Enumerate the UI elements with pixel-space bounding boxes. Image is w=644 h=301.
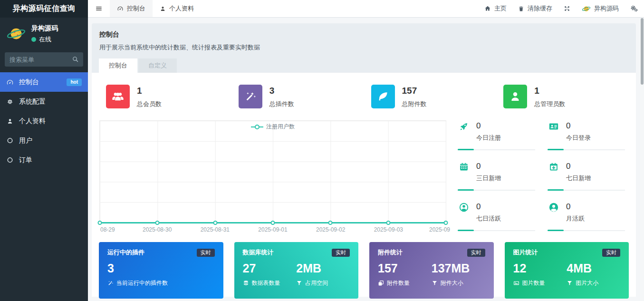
x-tick: 2025-08-30: [143, 226, 172, 233]
registered-users-chart: 注册用户数 08-29: [99, 120, 446, 234]
home-link[interactable]: 主页: [484, 4, 507, 13]
sidebar-item-label: 用户: [19, 136, 32, 145]
stat-total-admins: 1 总管理员数: [496, 85, 629, 108]
chart-point: [328, 221, 333, 225]
scrollbar-thumb[interactable]: [641, 18, 644, 85]
user-icon: [6, 118, 14, 125]
ministat-today-registered: 0 今日注册: [458, 120, 535, 150]
x-tick: 2025-08-31: [201, 226, 230, 233]
expand-icon: [564, 5, 570, 12]
calendar-icon: [458, 161, 470, 172]
stats-row: 1 总会员数 3 总插件数: [99, 85, 629, 108]
settings-button[interactable]: [630, 5, 638, 12]
page-content: 控制台 用于展示当前系统中的统计数据、统计报表及重要实时数据 控制台 自定义 1: [88, 18, 644, 301]
fullscreen-button[interactable]: [564, 5, 570, 12]
clone-icon: [378, 280, 384, 286]
ministat-7day-new: 0 七日新增: [548, 161, 625, 191]
id-card-icon: [548, 120, 560, 132]
trash-icon: [518, 6, 524, 12]
gauge-icon: [6, 78, 14, 86]
realtime-badge: 实时: [197, 249, 215, 257]
sidebar-item-users[interactable]: 用户: [0, 131, 88, 150]
hamburger-icon[interactable]: [88, 0, 110, 17]
ministat-label: 七日活跃: [476, 214, 501, 223]
card-metric-label: 占用空间: [305, 279, 328, 287]
sidebar-item-profile[interactable]: 个人资料: [0, 111, 88, 131]
topbar-tab-dashboard[interactable]: 控制台: [110, 0, 153, 17]
chart-plot-area: 注册用户数: [99, 120, 446, 223]
user-panel: 异构源码 在线: [0, 18, 88, 49]
database-icon: [243, 280, 249, 286]
realtime-badge: 实时: [602, 249, 620, 257]
funnel-icon: [296, 280, 302, 286]
stat-value: 1: [534, 86, 565, 95]
card-value: 2MB: [296, 262, 350, 275]
card-value: 137MB: [432, 262, 485, 275]
page-title: 控制台: [99, 30, 628, 39]
card-image-stats: 图片统计 实时 12 图片数量: [505, 242, 629, 299]
legend-marker-icon: [251, 125, 263, 129]
stat-label: 总会员数: [137, 100, 162, 108]
card-value: 4MB: [567, 262, 620, 275]
tab-dashboard[interactable]: 控制台: [99, 58, 137, 73]
x-tick: 2025-09-03: [374, 226, 403, 233]
stat-total-attachments: 157 总附件数: [364, 85, 497, 108]
chart-point: [444, 221, 448, 225]
sidebar-item-label: 控制台: [19, 78, 39, 87]
stat-total-plugins: 3 总插件数: [231, 85, 364, 108]
card-title: 运行中的插件: [107, 248, 144, 257]
ministat-value: 0: [476, 203, 501, 211]
card-metric-label: 附件大小: [441, 279, 463, 287]
cogs-icon: [630, 5, 638, 12]
online-dot-icon: [31, 37, 36, 42]
x-tick: 2025-09: [429, 226, 450, 233]
sidebar-item-label: 订单: [19, 156, 32, 165]
ministat-today-login: 0 今日登录: [548, 120, 625, 150]
card-metric-label: 当前运行中的插件数: [116, 279, 168, 287]
ministat-value: 0: [566, 162, 591, 170]
chart-x-axis: 08-29 2025-08-30 2025-08-31 2025-09-01 2…: [99, 226, 446, 234]
card-value: 157: [378, 262, 432, 275]
chart-point: [98, 221, 102, 225]
ministat-label: 今日登录: [566, 134, 591, 142]
sidebar-search: [5, 52, 83, 67]
stat-label: 总插件数: [269, 100, 294, 108]
ministat-7day-active: 0 七日活跃: [458, 201, 535, 231]
sidebar: 异构源码征信查询 异构源码 在线 控制台 hot 系统配置 个人资料: [0, 0, 88, 301]
user-menu[interactable]: 异构源码: [582, 4, 619, 13]
ministat-3day-new: 0 三日新增: [458, 161, 535, 191]
sidebar-item-dashboard[interactable]: 控制台 hot: [0, 72, 88, 92]
stat-value: 3: [269, 86, 294, 95]
sidebar-item-orders[interactable]: 订单: [0, 150, 88, 170]
legend-label: 注册用户数: [266, 123, 295, 131]
main-area: 控制台 个人资料 主页 清除缓存 异构源码: [88, 0, 644, 301]
sidebar-menu: 控制台 hot 系统配置 个人资料 用户 订单: [0, 72, 88, 170]
calendar-plus-icon: [548, 161, 560, 172]
card-database-stats: 数据库统计 实时 27 数据表数量: [234, 242, 359, 299]
chart-legend[interactable]: 注册用户数: [251, 123, 295, 131]
topbar-tab-label: 控制台: [127, 4, 145, 13]
topbar-tab-profile[interactable]: 个人资料: [153, 0, 201, 17]
home-icon: [484, 5, 491, 12]
circle-icon: [6, 156, 14, 164]
chart-point: [155, 221, 160, 225]
tab-custom[interactable]: 自定义: [138, 58, 177, 73]
sidebar-item-system-config[interactable]: 系统配置: [0, 92, 88, 111]
card-metric-label: 附件数量: [387, 279, 410, 287]
clear-cache-button[interactable]: 清除缓存: [518, 4, 552, 13]
topbar-tab-label: 个人资料: [169, 4, 194, 13]
card-title: 附件统计: [378, 248, 403, 257]
stat-value: 1: [137, 86, 162, 95]
ministat-label: 七日新增: [566, 174, 591, 183]
chart-point: [271, 221, 275, 225]
sidebar-item-label: 系统配置: [19, 97, 46, 106]
card-metric-label: 图片数量: [522, 279, 545, 287]
funnel-icon: [567, 280, 573, 286]
user-circle-filled-icon: [548, 201, 560, 213]
user-icon: [503, 85, 527, 108]
vertical-scrollbar[interactable]: [640, 18, 644, 301]
realtime-badge: 实时: [332, 249, 350, 257]
search-icon[interactable]: [72, 56, 79, 63]
card-title: 图片统计: [513, 248, 538, 257]
realtime-badge: 实时: [467, 249, 485, 257]
